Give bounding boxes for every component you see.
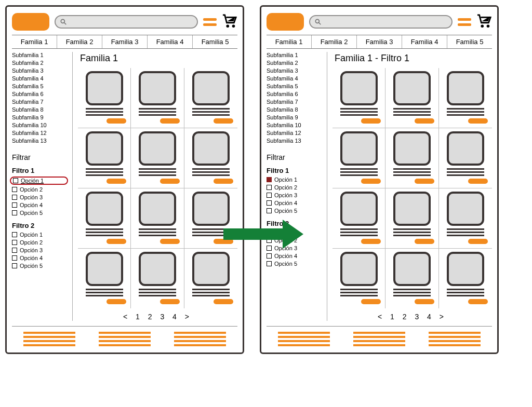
pagination[interactable]: < 1 2 3 4 >: [78, 313, 237, 321]
filter-option[interactable]: Opción 4: [12, 202, 68, 208]
subfamily-link[interactable]: Subfamilia 2: [267, 60, 323, 66]
filter-option[interactable]: Opción 5: [267, 208, 323, 214]
filter-option[interactable]: Opción 2: [12, 239, 68, 246]
subfamily-link[interactable]: Subfamilia 10: [12, 122, 68, 128]
price-button[interactable]: [214, 118, 233, 124]
menu-icon[interactable]: [203, 18, 217, 26]
filter-option[interactable]: Opción 2: [267, 184, 323, 191]
subfamily-link[interactable]: Subfamilia 5: [12, 83, 68, 89]
price-button[interactable]: [107, 179, 126, 184]
price-button[interactable]: [107, 299, 126, 304]
nav-tab[interactable]: Familia 4: [148, 35, 193, 48]
product-card[interactable]: [78, 128, 131, 188]
product-card[interactable]: [439, 188, 492, 249]
product-card[interactable]: [385, 128, 438, 188]
subfamily-link[interactable]: Subfamilia 13: [267, 138, 323, 144]
logo[interactable]: [267, 13, 304, 31]
filter-option[interactable]: Opción 5: [12, 263, 68, 269]
price-button[interactable]: [361, 239, 381, 244]
nav-tab[interactable]: Familia 5: [447, 35, 492, 48]
nav-tab[interactable]: Familia 1: [267, 35, 312, 48]
product-card[interactable]: [184, 249, 237, 308]
nav-tab[interactable]: Familia 4: [402, 35, 447, 48]
nav-tab[interactable]: Familia 5: [193, 35, 237, 48]
product-card[interactable]: [332, 188, 385, 249]
nav-tab[interactable]: Familia 1: [12, 35, 57, 48]
price-button[interactable]: [160, 179, 180, 184]
subfamily-link[interactable]: Subfamilia 3: [12, 67, 68, 74]
filter-option[interactable]: Opción 1: [10, 177, 68, 185]
price-button[interactable]: [361, 179, 381, 184]
subfamily-link[interactable]: Subfamilia 1: [12, 52, 68, 58]
product-card[interactable]: [332, 128, 385, 188]
price-button[interactable]: [415, 239, 434, 244]
product-card[interactable]: [78, 249, 131, 308]
subfamily-link[interactable]: Subfamilia 4: [12, 75, 68, 82]
price-button[interactable]: [214, 179, 233, 184]
filter-option[interactable]: Opción 2: [12, 186, 68, 193]
product-card[interactable]: [439, 249, 492, 308]
pagination[interactable]: < 1 2 3 4 >: [332, 313, 492, 321]
filter-option[interactable]: Opción 5: [267, 261, 323, 267]
price-button[interactable]: [214, 299, 233, 304]
price-button[interactable]: [361, 299, 381, 304]
price-button[interactable]: [107, 118, 126, 124]
price-button[interactable]: [160, 299, 180, 304]
filter-option[interactable]: Opción 4: [267, 253, 323, 259]
subfamily-link[interactable]: Subfamilia 7: [12, 99, 68, 105]
price-button[interactable]: [468, 118, 488, 124]
subfamily-link[interactable]: Subfamilia 3: [267, 67, 323, 74]
subfamily-link[interactable]: Subfamilia 12: [267, 130, 323, 136]
price-button[interactable]: [468, 179, 488, 184]
price-button[interactable]: [415, 118, 434, 124]
nav-tab[interactable]: Familia 3: [102, 35, 148, 48]
subfamily-link[interactable]: Subfamilia 9: [12, 114, 68, 120]
product-card[interactable]: [385, 249, 438, 308]
subfamily-link[interactable]: Subfamilia 6: [12, 91, 68, 97]
cart-icon[interactable]: [476, 13, 492, 30]
filter-option[interactable]: Opción 1: [267, 177, 323, 183]
subfamily-link[interactable]: Subfamilia 2: [12, 60, 68, 66]
subfamily-link[interactable]: Subfamilia 8: [267, 106, 323, 113]
product-card[interactable]: [78, 68, 131, 128]
filter-option[interactable]: Opción 1: [12, 232, 68, 238]
price-button[interactable]: [415, 299, 434, 304]
product-card[interactable]: [385, 68, 438, 128]
filter-option[interactable]: Opción 3: [12, 247, 68, 253]
product-card[interactable]: [78, 188, 131, 249]
subfamily-link[interactable]: Subfamilia 4: [267, 75, 323, 82]
product-card[interactable]: [332, 68, 385, 128]
subfamily-link[interactable]: Subfamilia 13: [12, 138, 68, 144]
product-card[interactable]: [131, 68, 184, 128]
subfamily-link[interactable]: Subfamilia 10: [267, 122, 323, 128]
nav-tab[interactable]: Familia 2: [57, 35, 102, 48]
menu-icon[interactable]: [458, 18, 471, 26]
search-input[interactable]: [55, 15, 198, 29]
price-button[interactable]: [468, 239, 488, 244]
cart-icon[interactable]: [222, 13, 237, 30]
subfamily-link[interactable]: Subfamilia 5: [267, 83, 323, 89]
product-card[interactable]: [332, 249, 385, 308]
subfamily-link[interactable]: Subfamilia 7: [267, 99, 323, 105]
subfamily-link[interactable]: Subfamilia 8: [12, 106, 68, 113]
product-card[interactable]: [184, 128, 237, 188]
price-button[interactable]: [160, 118, 180, 124]
product-card[interactable]: [439, 128, 492, 188]
nav-tab[interactable]: Familia 2: [312, 35, 357, 48]
price-button[interactable]: [361, 118, 381, 124]
filter-option[interactable]: Opción 5: [12, 210, 68, 216]
subfamily-link[interactable]: Subfamilia 9: [267, 114, 323, 120]
product-card[interactable]: [385, 188, 438, 249]
price-button[interactable]: [160, 239, 180, 244]
product-card[interactable]: [184, 68, 237, 128]
filter-option[interactable]: Opción 4: [267, 200, 323, 206]
search-input[interactable]: [309, 15, 453, 29]
subfamily-link[interactable]: Subfamilia 6: [267, 91, 323, 97]
product-card[interactable]: [131, 249, 184, 308]
filter-option[interactable]: Opción 4: [12, 255, 68, 261]
price-button[interactable]: [468, 299, 488, 304]
product-card[interactable]: [131, 188, 184, 249]
subfamily-link[interactable]: Subfamilia 12: [12, 130, 68, 136]
price-button[interactable]: [415, 179, 434, 184]
logo[interactable]: [12, 13, 49, 31]
